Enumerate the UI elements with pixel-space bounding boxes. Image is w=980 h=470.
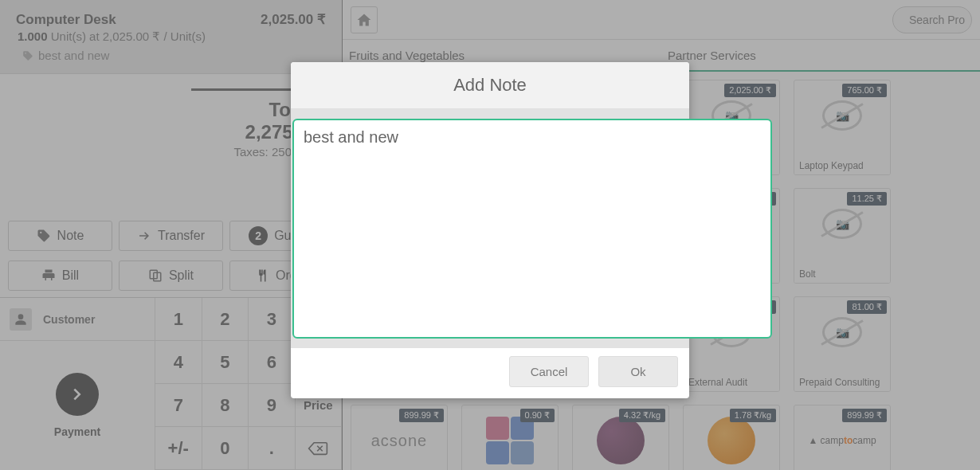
modal-overlay[interactable]: Add Note Cancel Ok [0,0,980,470]
cancel-button[interactable]: Cancel [509,356,589,387]
add-note-modal: Add Note Cancel Ok [291,62,689,398]
modal-title: Add Note [291,62,689,109]
ok-button[interactable]: Ok [598,356,678,387]
note-textarea[interactable] [304,128,761,329]
